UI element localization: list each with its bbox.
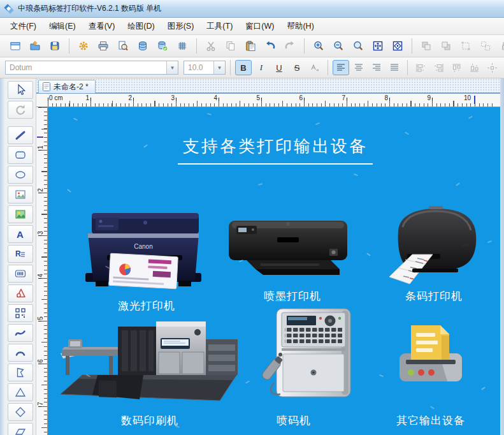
select-tool[interactable] (8, 81, 33, 99)
document-tab[interactable]: 未命名-2 * (38, 80, 96, 93)
underline-button[interactable]: U (271, 60, 287, 75)
barcode-tool[interactable] (8, 265, 33, 283)
database-import-button[interactable] (154, 38, 171, 54)
title-bar[interactable]: 中琅条码标签打印软件-V6.2.1 数码版 单机 (0, 0, 504, 18)
align-left-edges-button[interactable] (412, 60, 429, 75)
cut-button[interactable] (202, 38, 220, 54)
menu-edit[interactable]: 编辑(E) (43, 18, 82, 34)
redo-button[interactable] (281, 38, 299, 54)
ellipse-tool[interactable] (8, 166, 33, 184)
speckle (245, 380, 250, 383)
fit-selection-button[interactable] (389, 38, 407, 54)
svg-text:Canon: Canon (134, 243, 152, 250)
triangle-tool[interactable] (8, 383, 33, 401)
align-right-button[interactable] (368, 60, 385, 75)
device-label[interactable]: 条码打印机 (405, 289, 463, 304)
picture-tool[interactable] (8, 205, 33, 223)
shape-library-tool[interactable] (8, 284, 33, 302)
device-label[interactable]: 激光打印机 (118, 299, 175, 313)
speckle (468, 115, 473, 119)
menu-tools[interactable]: 工具(T) (200, 18, 239, 34)
zoom-icon (352, 40, 364, 52)
zoom-in-button[interactable] (310, 38, 328, 54)
copy-button[interactable] (222, 38, 240, 54)
arc-tool[interactable] (8, 344, 33, 362)
distribute-horizontal-button[interactable] (484, 60, 500, 75)
canvas[interactable]: 支持各类打印输出设备 Canon (48, 107, 500, 435)
print-button[interactable] (94, 38, 112, 54)
rich-text-tool[interactable]: R (8, 245, 33, 263)
device-label[interactable]: 其它输出设备 (396, 413, 465, 428)
align-right-edges-button[interactable] (430, 60, 447, 75)
barcode-printer-image[interactable] (379, 204, 486, 286)
font-family-select[interactable]: Dotum ▼ (5, 61, 178, 75)
menu-shape[interactable]: 图形(S) (161, 18, 201, 34)
toolbar-separator (196, 38, 197, 54)
diamond-tool[interactable] (8, 403, 33, 421)
inkjet-coder-image[interactable] (255, 305, 362, 401)
device-label[interactable]: 喷码机 (277, 413, 311, 428)
undo-button[interactable] (261, 38, 279, 54)
database-icon (137, 40, 148, 52)
align-justify-button[interactable] (386, 60, 403, 75)
print-preview-button[interactable] (114, 38, 132, 54)
menu-draw[interactable]: 绘图(D) (121, 18, 161, 34)
device-label[interactable]: 数码印刷机 (121, 413, 178, 428)
text-orientation-button[interactable] (306, 60, 323, 75)
distribute-vertical-button[interactable] (501, 60, 504, 75)
paste-button[interactable] (241, 38, 259, 54)
curve-tool[interactable] (8, 324, 33, 342)
device-label[interactable]: 喷墨打印机 (264, 289, 321, 304)
window-frame-right (500, 78, 504, 435)
fit-page-button[interactable] (369, 38, 387, 54)
italic-button[interactable]: I (253, 60, 270, 75)
bring-to-front-button[interactable] (417, 38, 435, 54)
chevron-down-icon[interactable]: ▼ (166, 61, 178, 74)
strikethrough-button[interactable]: S (289, 60, 305, 75)
menu-file[interactable]: 文件(F) (4, 18, 43, 34)
save-file-button[interactable] (46, 38, 64, 54)
grid-toggle-button[interactable] (173, 38, 191, 54)
inkjet-printer-image[interactable] (221, 213, 355, 284)
canvas-heading[interactable]: 支持各类打印输出设备 (178, 135, 373, 165)
font-size-select[interactable]: 10.0 ▼ (184, 61, 226, 75)
align-top-edges-button[interactable] (448, 60, 464, 75)
digital-press-image[interactable] (59, 313, 241, 403)
group-button[interactable] (457, 38, 475, 54)
ungroup-button[interactable] (477, 38, 494, 54)
open-file-button[interactable] (26, 38, 44, 54)
zoom-out-button[interactable] (329, 38, 347, 54)
align-center-button[interactable] (350, 60, 367, 75)
laser-printer-image[interactable]: Canon (76, 208, 210, 296)
qrcode-tool[interactable] (8, 304, 33, 322)
database-button[interactable] (134, 38, 152, 54)
page-settings-button[interactable] (75, 38, 92, 54)
menu-window[interactable]: 窗口(W) (239, 18, 280, 34)
parallelogram-tool[interactable] (8, 423, 33, 435)
menu-help[interactable]: 帮助(H) (280, 18, 320, 34)
font-family-value: Dotum (6, 63, 166, 72)
speckle (405, 131, 409, 135)
lock-button[interactable] (496, 38, 504, 54)
zoom-tool-button[interactable] (349, 38, 367, 54)
line-tool[interactable] (8, 126, 33, 144)
menu-view[interactable]: 查看(V) (82, 18, 122, 34)
align-left-button[interactable] (333, 60, 349, 75)
chevron-down-icon[interactable]: ▼ (213, 61, 225, 74)
send-to-back-button[interactable] (437, 38, 455, 54)
image-tool[interactable] (8, 186, 33, 203)
polygon-tool[interactable] (8, 364, 33, 381)
rotate-tool[interactable] (8, 101, 33, 119)
copy-icon (225, 40, 236, 52)
text-tool[interactable]: A (8, 225, 33, 243)
other-output-device-icon[interactable] (396, 320, 466, 390)
vertical-ruler[interactable]: 1 2 3 4 5 6 7 (36, 107, 48, 435)
rounded-rectangle-tool[interactable] (8, 146, 33, 164)
speckle (315, 122, 320, 125)
align-bottom-edges-button[interactable] (466, 60, 482, 75)
lock-icon (500, 40, 504, 52)
horizontal-ruler[interactable]: 0 cm 1 2 3 4 5 6 7 8 9 10 (36, 94, 504, 107)
bold-button[interactable]: B (235, 60, 252, 75)
new-document-button[interactable] (6, 38, 24, 54)
new-document-icon (10, 40, 21, 52)
